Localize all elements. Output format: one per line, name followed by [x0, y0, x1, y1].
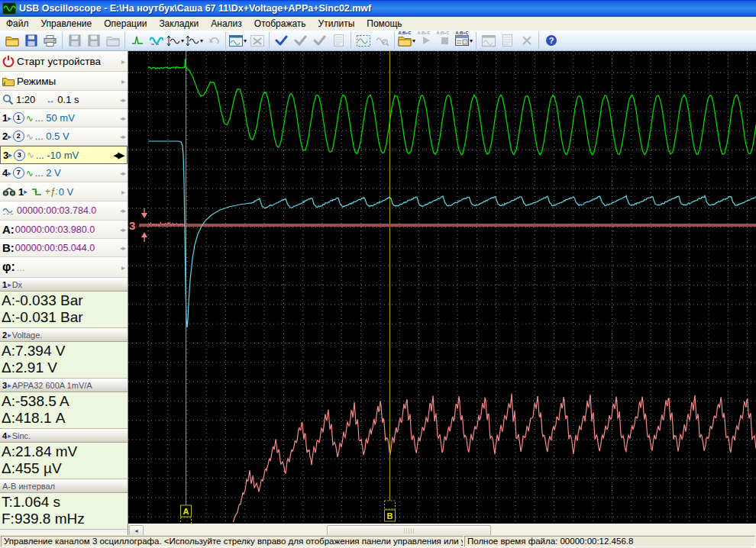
- panel-4-header[interactable]: 4▸Sinc.: [0, 429, 128, 443]
- expand-arrow-icon[interactable]: ▸: [121, 188, 125, 196]
- wave-icon: ∿: [27, 150, 34, 160]
- export-signal-button[interactable]: [104, 31, 122, 50]
- dropdown-arrow-icon[interactable]: ▾: [200, 37, 203, 44]
- abc-window-button[interactable]: A:B+C▾: [455, 31, 473, 50]
- oscilloscope-display[interactable]: 3AB: [128, 51, 756, 524]
- abc-stop-button[interactable]: A:B+C: [436, 31, 454, 50]
- apply-down-button[interactable]: [292, 31, 310, 50]
- channel-2-row[interactable]: 2▸ 2 ∿ ... 0.5 V ◂▸: [0, 127, 128, 146]
- abc-run-button[interactable]: A:B+C: [417, 31, 435, 50]
- undo-button[interactable]: [205, 31, 223, 50]
- menu-item-2[interactable]: Управление: [35, 18, 99, 30]
- input-number-badge: 1: [13, 112, 24, 124]
- close-signal-button[interactable]: [248, 31, 267, 50]
- measurement-a: A:-538.5 A: [2, 393, 126, 410]
- edit-signal-button[interactable]: [147, 31, 166, 50]
- adjust-arrows-icon[interactable]: ◂▸: [120, 244, 125, 252]
- menu-item-7[interactable]: Утилиты: [312, 18, 361, 30]
- channel-1-row[interactable]: 1▸ 1 ∿ ... 50 mV ◂▸: [0, 109, 128, 127]
- start-device-row[interactable]: Старт устройства ▸: [0, 51, 128, 72]
- menu-item-6[interactable]: Отображать: [248, 18, 312, 30]
- expand-arrow-icon[interactable]: ▸: [121, 57, 125, 66]
- channel-number: 4: [2, 167, 8, 179]
- zoom-ratio-value[interactable]: 1:20: [16, 94, 35, 105]
- channel-4-scale-value[interactable]: ... 2 V: [35, 167, 61, 179]
- panel-number: 4: [2, 431, 7, 440]
- title-bar[interactable]: USB Oscilloscope - E:\На ноутбук\Саша 67…: [0, 0, 756, 17]
- menu-item-3[interactable]: Операции: [98, 18, 153, 30]
- abc-open-button[interactable]: A:B+C▾: [398, 31, 416, 50]
- panel-1-header[interactable]: 1▸Dx: [0, 278, 128, 292]
- panel-2-header[interactable]: 2▸Voltage.: [0, 328, 128, 342]
- page-button[interactable]: [499, 31, 517, 50]
- timebase-value[interactable]: 0.1 s: [57, 94, 79, 105]
- channel-4-row[interactable]: 4▸ 7 ∿ ... 2 V ◂▸: [0, 164, 128, 182]
- toolbar-separator: [538, 32, 539, 49]
- toolbar-separator: [62, 32, 63, 49]
- expand-arrow-icon[interactable]: ▸: [121, 263, 125, 272]
- apply-up-button[interactable]: [311, 31, 329, 50]
- select-fragment-button[interactable]: [354, 31, 373, 50]
- cursor-b-label: B:: [2, 241, 15, 254]
- expand-signal-button[interactable]: ▾: [186, 31, 204, 50]
- print-button[interactable]: [41, 31, 60, 50]
- toolbar-separator: [269, 32, 270, 49]
- scope-canvas[interactable]: 3AB: [128, 51, 756, 524]
- measurement-a: A:-0.033 Bar: [2, 292, 126, 309]
- channel-3-spinner[interactable]: ◂▶: [114, 150, 124, 160]
- menu-item-1[interactable]: Файл: [0, 18, 35, 30]
- phase-row[interactable]: φ: ... ▸: [0, 257, 128, 278]
- channel-3-scale-value[interactable]: ... -10 mV: [36, 150, 79, 161]
- zoom-magnifier-icon: [2, 94, 14, 105]
- menu-item-8[interactable]: Помощь: [360, 18, 408, 30]
- dropdown-arrow-icon[interactable]: ▾: [412, 37, 415, 44]
- zoom-timebase-row[interactable]: 1:20 ↔ 0.1 s ◂▸: [0, 91, 128, 109]
- channel-2-scale-value[interactable]: ... 0.5 V: [35, 131, 69, 142]
- svg-text:?: ?: [548, 36, 554, 45]
- open-file-button[interactable]: [3, 31, 21, 50]
- channel-1-scale-value[interactable]: ... 50 mV: [35, 112, 75, 124]
- adjust-arrows-icon[interactable]: ◂▸: [120, 169, 125, 177]
- dropdown-arrow-icon[interactable]: ▾: [244, 37, 247, 44]
- trigger-level-value[interactable]: 0 V: [59, 186, 74, 198]
- channel-arrow-icon: ▸: [8, 169, 11, 177]
- panel-ab-header[interactable]: A-B интервал: [0, 479, 128, 493]
- dropdown-arrow-icon[interactable]: ▾: [181, 37, 184, 44]
- save-file-button[interactable]: [22, 31, 40, 50]
- save-signal-as-button[interactable]: [85, 31, 103, 50]
- window2-button[interactable]: [480, 31, 498, 50]
- delete-button[interactable]: [518, 31, 536, 50]
- modes-row[interactable]: Режимы ▸: [0, 72, 128, 91]
- adjust-arrows-icon[interactable]: ◂▸: [120, 207, 125, 214]
- cursor-b-time-value[interactable]: 00000:00:05.044.0: [15, 243, 95, 253]
- adjust-arrows-icon[interactable]: ◂▸: [120, 133, 125, 140]
- help-button[interactable]: ?: [542, 31, 561, 50]
- save-signal-button[interactable]: [66, 31, 84, 50]
- cursor-a-row[interactable]: A: 00000:00:03.980.0 ◂▸: [0, 221, 128, 239]
- channel-3-row-selected[interactable]: 3▸ 3 ∿ ... -10 mV ◂▶: [0, 146, 128, 164]
- position-value[interactable]: 00000:00:03.784.0: [17, 205, 96, 216]
- trigger-row[interactable]: 1▸ +ƒ: 0 V ▸: [0, 182, 128, 201]
- dropdown-arrow-icon[interactable]: ▾: [470, 37, 473, 44]
- expand-arrow-icon[interactable]: ▸: [121, 77, 125, 85]
- search-fragment-button[interactable]: [373, 31, 392, 50]
- compress-signal-button[interactable]: ▾: [166, 31, 185, 50]
- trigger-channel-number: 1: [18, 186, 24, 198]
- menu-bar: ФайлУправлениеОперацииЗакладкиАнализОтоб…: [0, 17, 756, 31]
- cursor-a-flag-label: A: [183, 507, 189, 516]
- cursor-b-row[interactable]: B: 00000:00:05.044.0 ◂▸: [0, 239, 128, 257]
- adjust-arrows-icon[interactable]: ◂▸: [120, 96, 125, 104]
- panel-3-header[interactable]: 3▸APPA32 600A 1mV/A: [0, 379, 128, 392]
- adjust-arrows-icon[interactable]: ◂▸: [120, 114, 125, 122]
- cursor-a-time-value[interactable]: 00000:00:03.980.0: [15, 224, 95, 235]
- apply-check-button[interactable]: [273, 31, 291, 50]
- adjust-arrows-icon[interactable]: ◂▸: [120, 226, 125, 234]
- report-button[interactable]: [330, 31, 348, 50]
- panel-name: APPA32 600A 1mV/A: [12, 381, 92, 390]
- menu-item-4[interactable]: Закладки: [153, 18, 205, 30]
- position-row[interactable]: 00000:00:03.784.0 ◂▸: [0, 201, 128, 221]
- impulse-button[interactable]: [128, 31, 147, 50]
- window-signal-button[interactable]: ▾: [229, 31, 247, 50]
- horizontal-scrollbar[interactable]: ◂: [128, 524, 756, 535]
- menu-item-5[interactable]: Анализ: [205, 18, 248, 30]
